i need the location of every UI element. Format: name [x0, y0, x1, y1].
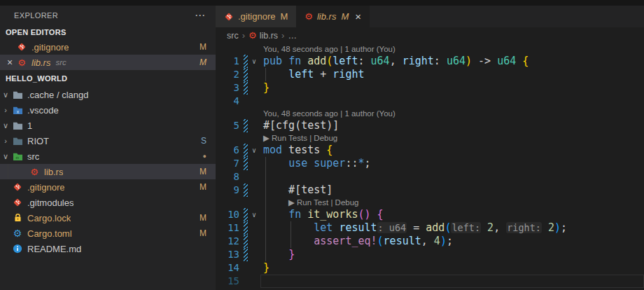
modified-badge: M [200, 57, 206, 67]
codelens-link[interactable]: ▶ Run Test [288, 198, 328, 207]
code-token: 2 [548, 221, 554, 234]
breadcrumb-item[interactable]: src [227, 31, 239, 41]
code-token [542, 221, 548, 234]
code-token: u64 [447, 55, 465, 67]
code-line[interactable]: 8 [216, 170, 644, 184]
code-line[interactable]: 11 let result: u64 = add(left: 2, right:… [216, 221, 644, 235]
workspace-root-header[interactable]: HELLO_WORLD [0, 70, 216, 87]
code-line[interactable]: 14} [216, 261, 644, 275]
tree-item-librs[interactable]: ⚙lib.rsM [0, 164, 216, 179]
tree-item-src[interactable]: ∨‹›src● [0, 149, 216, 164]
code-line[interactable]: 4 [216, 95, 644, 108]
tree-item-label: .vscode [27, 105, 59, 116]
code-line-content: #[test] [260, 184, 644, 197]
code-editor[interactable]: You, 48 seconds ago | 1 author (You)1∨pu… [216, 43, 644, 290]
fold-chevron-icon[interactable]: ∨ [248, 55, 260, 68]
code-token: :: [345, 157, 358, 170]
submodule-badge: S [201, 136, 206, 146]
code-line[interactable]: 1∨pub fn add(left: u64, right: u64) -> u… [216, 55, 644, 68]
indent-guide [290, 221, 291, 248]
code-token: 4 [434, 235, 440, 247]
tree-item-READMEmd[interactable]: README.md [0, 241, 216, 256]
git-icon [224, 12, 234, 22]
tree-item-label: .gitmodules [27, 198, 74, 208]
fold-spacer [248, 184, 260, 197]
code-token [481, 221, 487, 234]
tree-item-RIOT[interactable]: ›RIOTS [0, 133, 216, 149]
code-line[interactable]: 5#[cfg(test)] [216, 119, 644, 132]
tab-gitignore[interactable]: .gitignoreM [216, 6, 296, 27]
chevron-right-icon: › [0, 106, 11, 114]
code-token: u64 [497, 55, 516, 67]
tree-item-vscode[interactable]: ›x.vscode [0, 102, 216, 118]
code-line-content: } [260, 248, 644, 261]
inlay-hint: left: [451, 222, 481, 233]
fold-chevron-icon[interactable]: ∨ [248, 144, 260, 157]
code-line[interactable]: 9 #[test] [216, 184, 644, 197]
close-icon[interactable]: × [355, 11, 361, 22]
codelens-link[interactable]: Debug [335, 198, 359, 207]
breadcrumb-item[interactable]: lib.rs [260, 31, 278, 41]
indent-guide [265, 157, 266, 261]
code-token: right [332, 68, 364, 81]
more-actions-icon[interactable]: ⋯ [195, 9, 206, 22]
info-icon [11, 244, 24, 254]
tree-item-Cargolock[interactable]: Cargo.lockM [0, 210, 216, 226]
line-number: 14 [216, 261, 244, 275]
code-token: use [288, 157, 307, 170]
codelens-link[interactable]: Debug [314, 134, 337, 142]
code-token: it_works [307, 208, 358, 221]
tree-item-gitmodules[interactable]: .gitmodules [0, 195, 216, 210]
code-token: , [421, 235, 434, 247]
code-line-content [260, 170, 644, 184]
codelens-row: You, 48 seconds ago | 1 author (You) [216, 43, 644, 55]
modified-badge: M [200, 42, 206, 52]
fold-chevron-icon[interactable]: ∨ [248, 208, 260, 221]
codelens-row: ▶ Run Test | Debug [216, 197, 644, 208]
code-token: ) [365, 208, 371, 221]
code-token: { [522, 55, 528, 67]
code-token: { [377, 208, 384, 221]
code-token: tests [282, 144, 326, 156]
tab-librs[interactable]: ⚙lib.rsM× [296, 6, 370, 27]
code-line[interactable]: 2 left + right [216, 68, 644, 81]
tree-item-Cargotoml[interactable]: ⚙Cargo.tomlM [0, 226, 216, 241]
lock-icon [11, 213, 24, 223]
code-token [516, 55, 522, 67]
svg-text:‹›: ‹› [15, 154, 19, 160]
open-editor-desc: src [55, 58, 66, 67]
code-line[interactable]: 3} [216, 81, 644, 95]
code-line[interactable]: 10∨ fn it_works() { [216, 208, 644, 221]
tree-item-cacheclangd[interactable]: ∨.cache / clangd [0, 87, 216, 102]
code-token: } [263, 81, 270, 94]
code-token [263, 235, 314, 247]
code-token: , [493, 221, 506, 234]
git-icon [11, 182, 24, 192]
code-line[interactable]: 12 assert_eq!(result, 4); [216, 235, 644, 248]
codelens-row: ▶ Run Tests | Debug [216, 132, 644, 144]
breadcrumb-separator-icon: › [281, 30, 284, 41]
breadcrumb: src›⚙lib.rs›… [216, 27, 644, 43]
tree-item-gitignore[interactable]: .gitignoreM [0, 179, 216, 195]
open-editors-section-header[interactable]: OPEN EDITORS [0, 25, 216, 39]
fold-spacer [248, 119, 260, 132]
codelens-link[interactable]: ▶ Run Tests [263, 134, 307, 142]
explorer-title: EXPLORER [14, 11, 195, 20]
code-line[interactable]: 13 } [216, 248, 644, 261]
code-line[interactable]: 6∨mod tests { [216, 144, 644, 157]
close-icon[interactable]: × [4, 57, 15, 68]
code-line[interactable]: 15 [216, 275, 644, 288]
code-token: : [434, 55, 447, 67]
tree-item-1[interactable]: ∨1 [0, 118, 216, 133]
open-editor-item-gitignore[interactable]: .gitignoreM [0, 39, 216, 55]
open-editor-item-librs[interactable]: ×⚙lib.rssrcM [0, 55, 216, 70]
code-line[interactable]: 7 use super::*; [216, 157, 644, 170]
code-token [301, 208, 307, 221]
open-editor-label: .gitignore [31, 42, 69, 53]
breadcrumb-item[interactable]: … [288, 31, 297, 41]
code-token [371, 208, 377, 221]
tree-item-label: 1 [27, 120, 32, 131]
window-top-strip [0, 0, 644, 6]
breadcrumb-separator-icon: › [242, 30, 245, 41]
modified-badge: M [200, 182, 206, 192]
